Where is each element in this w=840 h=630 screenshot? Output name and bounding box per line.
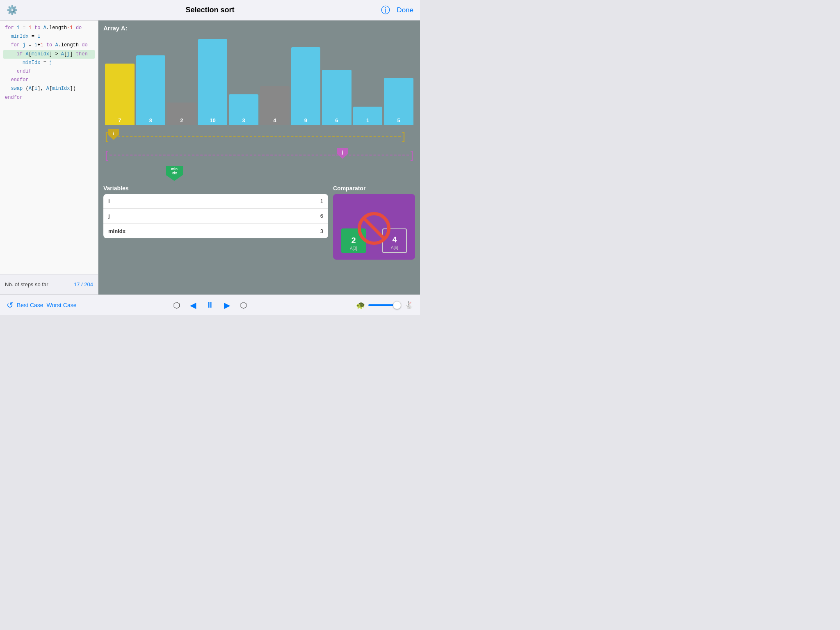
bar-wrapper: 1 (353, 107, 383, 125)
bar: 1 (353, 107, 383, 125)
bar: 8 (136, 55, 166, 125)
variables-table: i 1 j 6 minIdx 3 (103, 194, 328, 238)
bar-wrapper: 10 (198, 39, 228, 125)
variable-row-j: j 6 (103, 209, 328, 224)
code-line: for i = 1 to A.length-1 do (3, 24, 95, 32)
footer-left: ↺ Best Case Worst Case (7, 300, 89, 310)
worst-case-button[interactable]: Worst Case (47, 302, 77, 308)
i-bracket-right: ] (402, 131, 405, 142)
best-case-button[interactable]: Best Case (17, 302, 43, 308)
speed-slider[interactable] (368, 304, 401, 306)
bar-label: 4 (273, 117, 276, 125)
j-bracket-right: ] (411, 150, 413, 160)
comparator-panel: Comparator 2 A[3] 4 A[6] (333, 185, 415, 290)
bar: 3 (229, 94, 258, 125)
footer-right: 🐢 🐇 (331, 301, 413, 310)
var-name-minidx: minIdx (108, 228, 320, 234)
i-label: i (113, 131, 114, 136)
bar: 4 (260, 86, 290, 125)
bar-wrapper: 6 (322, 70, 352, 125)
done-button[interactable]: Done (397, 6, 413, 14)
i-pointer-row: [ ] i (103, 128, 415, 144)
code-line: minIdx = i (3, 32, 95, 41)
bar-label: 9 (304, 117, 307, 125)
i-pentagon: i (108, 129, 119, 140)
footer: ↺ Best Case Worst Case ⬡ ◀ ⏸ ▶ ⬡ 🐢 🐇 (0, 294, 420, 315)
var-val-j: 6 (320, 213, 323, 219)
gear-icon[interactable]: ⚙️ (7, 5, 18, 16)
comparator-box: 2 A[3] 4 A[6] (333, 194, 415, 260)
bar: 10 (198, 39, 228, 125)
code-line: for j = i+1 to A.length do (3, 41, 95, 50)
steps-label: Nb. of steps so far (5, 281, 48, 288)
bar-label: 7 (118, 117, 121, 125)
header: ⚙️ Selection sort ⓘ Done (0, 0, 420, 21)
variables-title: Variables (103, 185, 328, 192)
bar: 9 (291, 47, 321, 125)
j-dashed-line (110, 155, 409, 155)
j-pointer-row: [ ] j (103, 147, 415, 163)
code-line: endfor (3, 76, 95, 84)
main-area: for i = 1 to A.length-1 do minIdx = i fo… (0, 21, 420, 294)
steps-area: Nb. of steps so far 17 / 204 (0, 274, 98, 294)
step-in-icon[interactable]: ⬡ (240, 300, 247, 310)
bar-wrapper: 3 (229, 94, 258, 125)
bar-wrapper: 2 (167, 103, 196, 125)
var-name-i: i (108, 198, 320, 204)
help-icon[interactable]: ⓘ (381, 4, 390, 16)
step-out-icon[interactable]: ⬡ (173, 300, 180, 310)
rabbit-icon: 🐇 (404, 301, 413, 310)
svg-line-1 (364, 218, 384, 239)
bar-label: 8 (149, 117, 152, 125)
minidx-label: minIdx (171, 167, 178, 176)
page-title: Selection sort (185, 6, 234, 14)
bar-wrapper: 8 (136, 55, 166, 125)
code-line: endif (3, 67, 95, 76)
minidx-pentagon: minIdx (166, 166, 183, 181)
j-bracket-left: [ (105, 150, 108, 160)
var-val-i: 1 (320, 198, 323, 204)
code-line: swap (A[i], A[minIdx]) (3, 84, 95, 93)
code-line: endfor (3, 94, 95, 102)
bar: 6 (322, 70, 352, 125)
right-panel: Array A: 7 8 2 (98, 21, 420, 294)
prev-button[interactable]: ◀ (190, 300, 196, 310)
variable-row-i: i 1 (103, 194, 328, 209)
i-arrow: i (108, 129, 119, 140)
bar-label: 2 (180, 117, 183, 125)
bar-label: 3 (242, 117, 245, 125)
code-area: for i = 1 to A.length-1 do minIdx = i fo… (0, 21, 98, 274)
code-line: minIdx = j (3, 59, 95, 67)
bar-wrapper: 9 (291, 47, 321, 125)
bars-row: 7 8 2 10 (103, 35, 415, 125)
j-pentagon: j (337, 148, 348, 159)
bar-chart: 7 8 2 10 (103, 35, 415, 125)
bar-label: 1 (366, 117, 369, 125)
bar: 5 (384, 78, 413, 125)
j-label: j (342, 150, 343, 155)
i-bracket-left: [ (105, 131, 108, 142)
no-entry-icon (358, 212, 390, 245)
array-label: Array A: (103, 25, 415, 32)
next-button[interactable]: ▶ (224, 300, 230, 310)
pause-button[interactable]: ⏸ (206, 300, 214, 310)
variables-panel: Variables i 1 j 6 minIdx 3 (103, 185, 328, 290)
bar-wrapper: 4 (260, 86, 290, 125)
comp-label-right: A[6] (391, 245, 398, 252)
minidx-arrow: minIdx (166, 166, 183, 181)
comp-label-left: A[3] (350, 246, 357, 253)
comp-num-right: 4 (392, 235, 397, 245)
bottom-section: Variables i 1 j 6 minIdx 3 (103, 185, 415, 290)
bar: 7 (105, 64, 135, 125)
turtle-icon: 🐢 (356, 301, 365, 310)
header-right: ⓘ Done (381, 4, 413, 16)
bar-wrapper: 5 (384, 78, 413, 125)
i-dashed-line (110, 136, 401, 137)
footer-center: ⬡ ◀ ⏸ ▶ ⬡ (89, 300, 331, 310)
speed-thumb[interactable] (393, 301, 401, 309)
variable-row-minidx: minIdx 3 (103, 224, 328, 238)
bar-label: 10 (210, 117, 215, 125)
comparator-title: Comparator (333, 185, 415, 192)
comp-num-left: 2 (351, 236, 356, 246)
refresh-icon[interactable]: ↺ (7, 300, 14, 310)
